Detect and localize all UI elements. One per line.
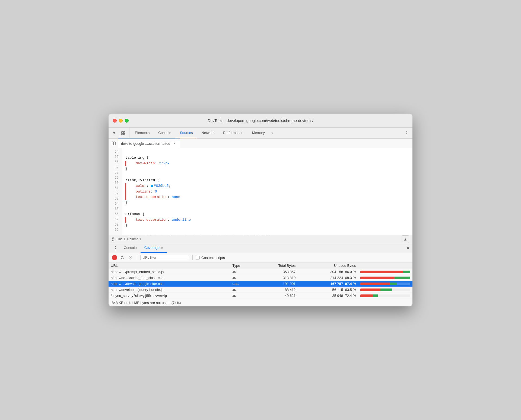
row-bar [358, 275, 412, 281]
row-type: JS [230, 275, 254, 281]
code-lines: table img { max-width: 272px } :link,:vi… [122, 148, 412, 235]
code-line-60: color: #039be5; [125, 183, 412, 189]
row-total-bytes: 49 621 [254, 293, 298, 299]
traffic-lights [109, 119, 129, 123]
file-tab-close[interactable]: × [172, 142, 177, 146]
svg-rect-1 [122, 133, 123, 135]
coverage-tab-close[interactable]: × [161, 246, 163, 249]
bottom-tab-console[interactable]: Console [120, 243, 141, 253]
panel-icon [110, 139, 118, 148]
table-row[interactable]: https://de... /script_foot_closure.js JS… [109, 275, 412, 281]
code-line-69: a:link,a:visited, devsite-toast-content … [125, 234, 342, 235]
coverage-toolbar: Content scripts [109, 253, 412, 262]
row-unused-bytes: 304 158 86.0 % [298, 269, 358, 275]
col-unused-bytes: Unused Bytes [298, 262, 358, 269]
code-line-68 [125, 228, 412, 234]
record-button[interactable] [112, 255, 117, 260]
bottom-panel-close[interactable]: × [404, 243, 412, 253]
bottom-tab-bar: ⋮ Console Coverage × × [109, 243, 412, 253]
title-bar: DevTools - developers.google.com/web/too… [109, 114, 412, 128]
col-url: URL [109, 262, 230, 269]
inspect-icon[interactable] [119, 129, 127, 137]
row-type: JS [230, 269, 254, 275]
bottom-panel: ⋮ Console Coverage × × [109, 243, 412, 306]
row-url: https://... /prompt_embed_static.js [109, 269, 230, 275]
cursor-icon[interactable] [111, 129, 118, 137]
table-header-row: URL Type Total Bytes Unused Bytes [109, 262, 412, 269]
row-type: JS [230, 287, 254, 293]
status-bar: {} Line 1, Column 1 ▲ [109, 235, 412, 243]
coverage-footer: 848 KB of 1.1 MB bytes are not used. (74… [109, 299, 412, 306]
row-type: CSS [230, 281, 254, 287]
content-scripts-label: Content scripts [196, 256, 225, 260]
format-icon: {} [112, 237, 114, 241]
code-line-66: text-decoration: underline [125, 217, 412, 223]
minimize-button[interactable] [119, 119, 123, 123]
row-url: https://... /devsite-google-blue.css [109, 281, 230, 287]
row-url: /async_survey?site=ylj5ifxusvvmr4p [109, 293, 230, 299]
row-unused-bytes: 167 757 87.4 % [298, 281, 358, 287]
tab-performance[interactable]: Performance [219, 128, 247, 138]
tab-console[interactable]: Console [154, 128, 176, 138]
row-unused-bytes: 35 948 72.4 % [298, 293, 358, 299]
row-bar [358, 293, 412, 299]
code-line-59: :link,:visited { [125, 178, 412, 183]
row-bar [358, 281, 412, 287]
coverage-table: URL Type Total Bytes Unused Bytes https:… [109, 262, 412, 299]
row-bar [358, 287, 412, 293]
code-line-57: } [125, 166, 412, 172]
close-button[interactable] [113, 119, 117, 123]
reload-icon[interactable] [119, 255, 125, 261]
tab-sources[interactable]: Sources [176, 128, 197, 138]
bottom-tab-coverage[interactable]: Coverage × [141, 243, 167, 253]
url-filter-input[interactable] [140, 255, 189, 260]
line-numbers: 54 55 56 57 58 59 60 61 62 63 64 65 66 6… [109, 148, 122, 235]
window-title: DevTools - developers.google.com/web/too… [208, 118, 313, 123]
row-total-bytes: 313 810 [254, 275, 298, 281]
scroll-to-top-button[interactable]: ▲ [402, 235, 409, 243]
row-total-bytes: 353 857 [254, 269, 298, 275]
svg-rect-2 [123, 132, 125, 133]
devtools-menu-button[interactable]: ⋮ [401, 128, 412, 138]
maximize-button[interactable] [125, 119, 129, 123]
tab-memory[interactable]: Memory [248, 128, 269, 138]
code-line-63: } [125, 200, 412, 206]
row-unused-bytes: 56 115 63.5 % [298, 287, 358, 293]
content-scripts-checkbox[interactable] [196, 256, 200, 259]
row-total-bytes: 191 901 [254, 281, 298, 287]
file-tab-active[interactable]: devsite-google-....css:formatted × [118, 139, 180, 148]
col-type: Type [230, 262, 254, 269]
table-row[interactable]: https://... /prompt_embed_static.js JS 3… [109, 269, 412, 275]
svg-rect-0 [122, 132, 123, 133]
code-line-67: } [125, 223, 412, 228]
tab-icons [111, 128, 129, 138]
code-line-65: a:focus { [125, 211, 412, 217]
tab-elements[interactable]: Elements [131, 128, 154, 138]
table-row[interactable]: https://develop... /jquery-bundle.js JS … [109, 287, 412, 293]
code-line-56: max-width: 272px [125, 161, 412, 166]
svg-rect-4 [112, 142, 113, 145]
clear-icon[interactable] [128, 255, 134, 261]
tab-more[interactable]: » [269, 128, 275, 138]
code-line-61: outline: 0; [125, 189, 412, 195]
code-line-62: text-decoration: none [125, 194, 412, 200]
file-tab-bar: devsite-google-....css:formatted × [109, 139, 412, 148]
cursor-position: Line 1, Column 1 [116, 237, 141, 241]
row-type: JS [230, 293, 254, 299]
svg-rect-5 [114, 142, 115, 145]
row-url: https://develop... /jquery-bundle.js [109, 287, 230, 293]
row-total-bytes: 88 412 [254, 287, 298, 293]
tab-network[interactable]: Network [197, 128, 219, 138]
devtools-window: DevTools - developers.google.com/web/too… [109, 114, 412, 306]
code-line-55: table img { [125, 155, 412, 161]
file-tab-name: devsite-google-....css:formatted [121, 142, 170, 146]
svg-rect-3 [123, 133, 125, 135]
row-unused-bytes: 214 224 68.3 % [298, 275, 358, 281]
table-row[interactable]: /async_survey?site=ylj5ifxusvvmr4p JS 49… [109, 293, 412, 299]
code-line-58 [125, 172, 412, 178]
bottom-panel-menu[interactable]: ⋮ [111, 243, 120, 253]
code-line-54 [125, 149, 412, 155]
row-url: https://de... /script_foot_closure.js [109, 275, 230, 281]
col-bar [358, 262, 412, 269]
table-row[interactable]: https://... /devsite-google-blue.css CSS… [109, 281, 412, 287]
